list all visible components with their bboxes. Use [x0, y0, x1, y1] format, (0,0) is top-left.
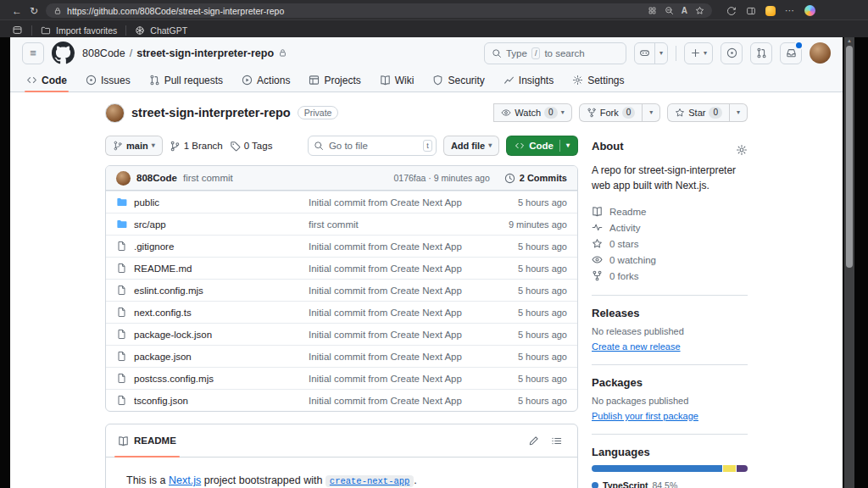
watch-button[interactable]: Watch 0 ▾	[493, 103, 571, 122]
repo-tab[interactable]: Code	[19, 69, 75, 92]
star-dropdown-button[interactable]: ▾	[729, 103, 748, 122]
file-name[interactable]: .gitignore	[134, 241, 302, 252]
edit-pencil-icon[interactable]	[528, 435, 539, 446]
about-meta-item[interactable]: 0 watching	[592, 252, 748, 268]
repo-tab[interactable]: Settings	[565, 69, 632, 92]
repo-tab[interactable]: Wiki	[372, 69, 422, 92]
repo-tab[interactable]: Security	[425, 69, 492, 92]
file-name[interactable]: README.md	[134, 263, 302, 274]
file-row[interactable]: package.json Initial commit from Create …	[106, 345, 577, 367]
back-icon[interactable]: ←	[12, 6, 22, 16]
about-meta-item[interactable]: 0 forks	[592, 268, 748, 284]
copilot-icon[interactable]	[804, 5, 815, 16]
file-commit-message[interactable]: Initial commit from Create Next App	[309, 374, 482, 384]
file-name[interactable]: next.config.ts	[134, 308, 302, 318]
repo-title[interactable]: street-sign-interpreter-repo	[131, 106, 291, 119]
commit-author-avatar[interactable]	[116, 171, 131, 186]
repo-tab[interactable]: Pull requests	[142, 69, 231, 92]
branches-link[interactable]: 1 Branch	[170, 141, 223, 152]
file-name[interactable]: tsconfig.json	[134, 396, 302, 406]
address-bar[interactable]: https://github.com/808Code/street-sign-i…	[46, 3, 712, 18]
browser-essentials-icon[interactable]	[765, 6, 776, 16]
site-info-lock-icon[interactable]	[53, 7, 62, 15]
outline-list-icon[interactable]	[551, 435, 562, 446]
file-commit-message[interactable]: Initial commit from Create Next App	[309, 330, 482, 340]
global-menu-button[interactable]: ≡	[22, 42, 44, 64]
repo-tab[interactable]: Issues	[78, 69, 138, 92]
scrollbar-thumb[interactable]	[846, 46, 853, 268]
file-commit-message[interactable]: first commit	[309, 219, 482, 230]
apps-grid-icon[interactable]	[648, 6, 657, 15]
about-meta-item[interactable]: Activity	[592, 219, 748, 236]
language-legend-item[interactable]: TypeScript 84.5%	[592, 480, 677, 488]
user-avatar[interactable]	[810, 42, 831, 64]
url-text[interactable]: https://github.com/808Code/street-sign-i…	[67, 6, 643, 16]
file-commit-message[interactable]: Initial commit from Create Next App	[309, 286, 482, 296]
about-meta-item[interactable]: 0 stars	[592, 236, 748, 252]
file-row[interactable]: next.config.ts Initial commit from Creat…	[106, 301, 577, 323]
file-commit-message[interactable]: Initial commit from Create Next App	[309, 352, 482, 362]
gear-icon[interactable]	[736, 144, 748, 156]
split-screen-icon[interactable]	[746, 6, 756, 16]
commit-message[interactable]: first commit	[183, 173, 233, 183]
file-row[interactable]: public Initial commit from Create Next A…	[106, 191, 577, 213]
create-release-link[interactable]: Create a new release	[592, 341, 681, 352]
global-search-input[interactable]: Type / to search	[484, 42, 626, 64]
code-dropdown-button[interactable]: Code ▾	[506, 136, 578, 156]
star-button[interactable]: Star 0	[667, 103, 730, 122]
fork-button[interactable]: Fork 0	[579, 103, 643, 122]
file-name[interactable]: package-lock.json	[134, 330, 302, 340]
add-file-button[interactable]: Add file ▾	[443, 136, 499, 156]
collections-icon[interactable]	[726, 6, 737, 16]
copilot-menu-button[interactable]: ▾	[634, 42, 668, 64]
readme-tab[interactable]: README	[106, 424, 188, 457]
issues-button[interactable]	[721, 42, 743, 64]
commit-author[interactable]: 808Code	[136, 173, 177, 183]
commit-history-link[interactable]: 2 Commits	[504, 173, 567, 184]
file-commit-message[interactable]: Initial commit from Create Next App	[309, 241, 482, 252]
file-row[interactable]: README.md Initial commit from Create Nex…	[106, 257, 577, 279]
publish-package-link[interactable]: Publish your first package	[592, 411, 698, 421]
branch-selector-button[interactable]: main ▾	[105, 136, 163, 156]
file-name[interactable]: package.json	[134, 352, 302, 362]
file-row[interactable]: postcss.config.mjs Initial commit from C…	[106, 367, 577, 389]
file-row[interactable]: package-lock.json Initial commit from Cr…	[106, 323, 577, 345]
file-name[interactable]: postcss.config.mjs	[134, 374, 302, 384]
file-name[interactable]: public	[134, 197, 302, 208]
file-row[interactable]: src/app first commit 9 minutes ago	[106, 213, 577, 235]
breadcrumb-owner[interactable]: 808Code	[82, 47, 125, 59]
commit-hash-time[interactable]: 0176faa · 9 minutes ago	[394, 173, 490, 183]
github-logo[interactable]	[52, 42, 75, 64]
page-scrollbar[interactable]: ▲	[844, 37, 854, 488]
notifications-button[interactable]	[780, 42, 802, 64]
breadcrumb-repo[interactable]: street-sign-interpreter-repo	[136, 47, 274, 59]
file-commit-message[interactable]: Initial commit from Create Next App	[309, 396, 482, 406]
tags-link[interactable]: 0 Tags	[230, 141, 273, 152]
file-row[interactable]: eslint.config.mjs Initial commit from Cr…	[106, 279, 577, 301]
repo-tab[interactable]: Actions	[234, 69, 298, 92]
file-name[interactable]: src/app	[134, 219, 302, 230]
settings-menu-icon[interactable]: ⋯	[785, 5, 795, 16]
zoom-out-icon[interactable]	[665, 6, 674, 15]
file-row[interactable]: .gitignore Initial commit from Create Ne…	[106, 235, 577, 257]
file-commit-message[interactable]: Initial commit from Create Next App	[309, 197, 482, 208]
scroll-up-icon[interactable]: ▲	[844, 38, 854, 43]
refresh-icon[interactable]: ↻	[30, 6, 38, 16]
favorite-star-icon[interactable]	[695, 6, 704, 15]
read-aloud-icon[interactable]: A	[682, 6, 687, 15]
workspaces-icon[interactable]	[12, 25, 23, 36]
file-row[interactable]: tsconfig.json Initial commit from Create…	[106, 389, 577, 411]
language-bar[interactable]	[592, 465, 748, 472]
repo-tab[interactable]: Insights	[496, 69, 561, 92]
go-to-file-input[interactable]	[308, 136, 437, 156]
repo-tab[interactable]: Projects	[301, 69, 368, 92]
repo-owner-avatar[interactable]	[105, 103, 125, 123]
about-meta-item[interactable]: Readme	[592, 203, 748, 219]
create-new-button[interactable]: ▾	[684, 42, 713, 64]
file-name[interactable]: eslint.config.mjs	[134, 286, 302, 296]
bookmark-import-favorites[interactable]: Import favorites	[41, 25, 117, 36]
bookmark-chatgpt[interactable]: ChatGPT	[135, 25, 187, 36]
file-commit-message[interactable]: Initial commit from Create Next App	[309, 308, 482, 318]
pull-requests-button[interactable]	[750, 42, 772, 64]
fork-dropdown-button[interactable]: ▾	[642, 103, 660, 122]
